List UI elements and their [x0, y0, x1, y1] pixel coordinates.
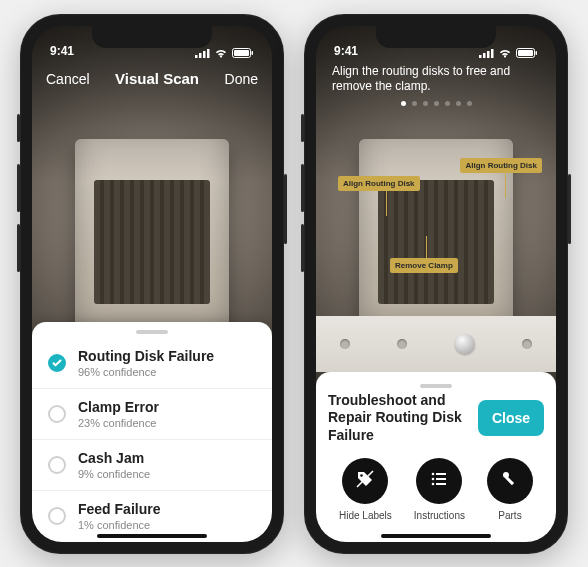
- result-row[interactable]: Cash Jam 9% confidence: [32, 440, 272, 491]
- result-row[interactable]: Clamp Error 23% confidence: [32, 389, 272, 440]
- notch: [376, 26, 496, 48]
- svg-rect-3: [207, 49, 210, 58]
- radio-unselected-icon[interactable]: [48, 456, 66, 474]
- svg-rect-19: [436, 478, 446, 480]
- radio-selected-icon[interactable]: [48, 354, 66, 372]
- step-progress-dots: [332, 101, 540, 106]
- home-indicator[interactable]: [97, 534, 207, 538]
- svg-rect-6: [252, 51, 254, 55]
- sheet-title: Troubleshoot and Repair Routing Disk Fai…: [328, 392, 470, 445]
- radio-unselected-icon[interactable]: [48, 405, 66, 423]
- svg-rect-17: [436, 473, 446, 475]
- sheet-grabber[interactable]: [136, 330, 168, 334]
- svg-rect-8: [483, 53, 486, 58]
- battery-icon: [516, 48, 538, 58]
- done-button[interactable]: Done: [225, 71, 258, 87]
- battery-icon: [232, 48, 254, 58]
- svg-rect-13: [536, 51, 538, 55]
- result-confidence: 23% confidence: [78, 417, 159, 429]
- detail-sheet: Troubleshoot and Repair Routing Disk Fai…: [316, 372, 556, 542]
- screen: 9:41 Cancel Visual Scan Done: [32, 26, 272, 542]
- sheet-grabber[interactable]: [420, 384, 452, 388]
- svg-rect-12: [518, 50, 533, 56]
- svg-rect-9: [487, 51, 490, 58]
- cancel-button[interactable]: Cancel: [46, 71, 90, 87]
- svg-rect-5: [234, 50, 249, 56]
- result-confidence: 9% confidence: [78, 468, 150, 480]
- svg-point-18: [432, 478, 435, 481]
- action-label: Hide Labels: [339, 510, 392, 521]
- home-indicator[interactable]: [381, 534, 491, 538]
- svg-rect-2: [203, 51, 206, 58]
- nav-bar: Cancel Visual Scan Done: [32, 60, 272, 98]
- svg-point-14: [361, 474, 364, 477]
- parts-button[interactable]: Parts: [487, 458, 533, 521]
- result-label: Clamp Error: [78, 399, 159, 415]
- wrench-icon: [500, 469, 520, 493]
- svg-rect-7: [479, 55, 482, 58]
- result-confidence: 1% confidence: [78, 519, 160, 531]
- result-label: Routing Disk Failure: [78, 348, 214, 364]
- close-button[interactable]: Close: [478, 400, 544, 436]
- svg-point-20: [432, 483, 435, 486]
- wifi-icon: [214, 48, 228, 58]
- svg-rect-1: [199, 53, 202, 58]
- ar-leader-line: [426, 236, 427, 260]
- hide-labels-button[interactable]: Hide Labels: [339, 458, 392, 521]
- svg-point-16: [432, 473, 435, 476]
- results-sheet[interactable]: Routing Disk Failure 96% confidence Clam…: [32, 322, 272, 542]
- result-row[interactable]: Routing Disk Failure 96% confidence: [32, 338, 272, 389]
- action-label: Parts: [498, 510, 521, 521]
- screen: 9:41 Align the routing disks to free and…: [316, 26, 556, 542]
- page-title: Visual Scan: [115, 70, 199, 87]
- list-icon: [429, 469, 449, 493]
- ar-label-bottom[interactable]: Remove Clamp: [390, 258, 458, 273]
- cellular-signal-icon: [195, 48, 210, 58]
- result-confidence: 96% confidence: [78, 366, 214, 378]
- result-label: Cash Jam: [78, 450, 150, 466]
- ar-label-right[interactable]: Align Routing Disk: [460, 158, 542, 173]
- status-time: 9:41: [334, 44, 358, 58]
- phone-left: 9:41 Cancel Visual Scan Done: [20, 14, 284, 554]
- result-label: Feed Failure: [78, 501, 160, 517]
- svg-rect-10: [491, 49, 494, 58]
- ar-label-left[interactable]: Align Routing Disk: [338, 176, 420, 191]
- svg-rect-23: [505, 476, 514, 485]
- status-time: 9:41: [50, 44, 74, 58]
- step-instruction: Align the routing disks to free and remo…: [332, 64, 540, 95]
- notch: [92, 26, 212, 48]
- wifi-icon: [498, 48, 512, 58]
- radio-unselected-icon[interactable]: [48, 507, 66, 525]
- action-label: Instructions: [414, 510, 465, 521]
- instructions-button[interactable]: Instructions: [414, 458, 465, 521]
- phone-right: 9:41 Align the routing disks to free and…: [304, 14, 568, 554]
- svg-rect-21: [436, 483, 446, 485]
- svg-rect-0: [195, 55, 198, 58]
- machine-panel: [316, 316, 556, 372]
- tag-icon: [355, 469, 375, 493]
- cellular-signal-icon: [479, 48, 494, 58]
